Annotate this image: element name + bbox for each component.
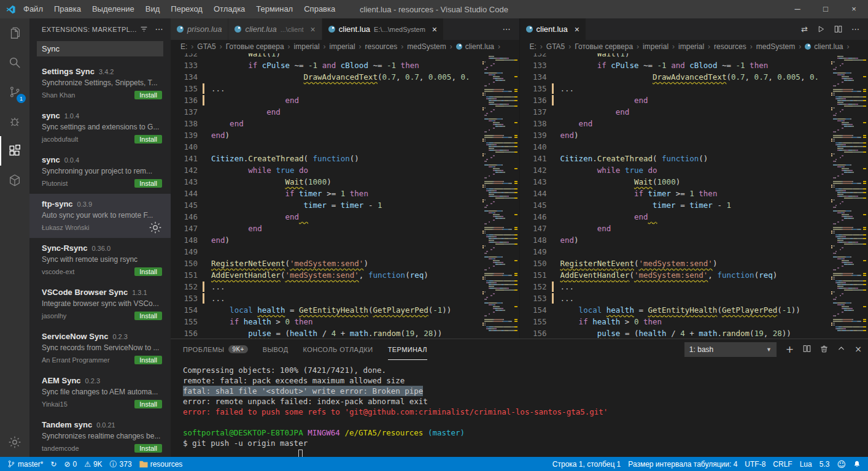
breadcrumb-item[interactable]: imperial [294,42,320,51]
minimize-button[interactable]: ─ [783,0,812,18]
code-line[interactable]: 152... [171,281,519,293]
extension-item[interactable]: ServiceNow Sync0.2.3Sync records from Se… [29,326,171,370]
more-actions-icon[interactable]: ⋯ [155,25,163,33]
kill-terminal-icon[interactable] [820,345,828,354]
line-number[interactable]: 155 [171,316,198,327]
code-line[interactable]: 140 [171,141,519,153]
extension-item[interactable]: VSCode Browser Sync1.3.1Integrate browse… [29,282,171,326]
split-editor-icon[interactable] [834,25,842,33]
extension-item[interactable]: Sync-Rsync0.36.0Sync with remote using r… [29,238,171,282]
close-tab-icon[interactable]: × [432,25,437,34]
code-line[interactable]: 151AddEventHandler('medSystem:send', fun… [520,269,868,281]
line-number[interactable]: 154 [171,304,198,316]
line-number[interactable]: 133 [520,59,547,71]
menu-Файл[interactable]: Файл [18,0,48,18]
line-number[interactable]: 141 [520,153,547,164]
code-line[interactable]: 146 end [171,211,519,223]
code-line[interactable]: 151AddEventHandler('medSystem:send', fun… [171,269,519,281]
code-line[interactable]: 154 local health = GetEntityHealth(GetPl… [171,304,519,316]
info-count[interactable]: ⓘ373 [106,457,136,471]
line-number[interactable]: 134 [520,71,547,83]
minimap[interactable] [482,53,519,339]
line-number[interactable]: 133 [171,59,198,71]
breadcrumb-item[interactable]: client.lua [456,42,494,51]
line-number[interactable]: 143 [520,176,547,188]
code-line[interactable]: 150RegisterNetEvent('medSystem:send') [171,258,519,269]
language[interactable]: Lua [796,457,816,471]
breadcrumb-item[interactable]: client.lua [805,42,843,51]
extension-item[interactable]: sync1.0.4Sync settings and extensions to… [29,105,171,150]
line-number[interactable]: 143 [171,176,198,188]
warnings[interactable]: ⚠9K [80,457,106,471]
code-line[interactable]: 134 DrawAdvancedText(0.7, 0.7, 0.005, 0. [520,71,868,83]
line-number[interactable]: 152 [171,281,198,293]
cursor-position[interactable]: Строка 1, столбец 1 [549,457,624,471]
line-number[interactable]: 138 [171,118,198,129]
line-number[interactable]: 138 [520,118,547,129]
code-line[interactable]: 140 [520,141,868,153]
breadcrumb-item[interactable]: E: [530,42,537,51]
code-line[interactable]: 142 while true do [171,164,519,176]
line-number[interactable]: 144 [171,188,198,199]
code-line[interactable]: 133 if cPulse ~= -1 and cBlood ~= -1 the… [520,59,868,71]
line-number[interactable]: 136 [520,94,547,106]
activity-source-control[interactable]: 1 [0,77,29,107]
run-icon[interactable] [817,25,825,33]
sync-changes[interactable]: ↻ [47,457,60,471]
line-number[interactable]: 132 [520,53,547,59]
line-number[interactable]: 136 [171,94,198,106]
line-number[interactable]: 142 [520,164,547,176]
menu-Справка[interactable]: Справка [298,0,341,18]
breadcrumb-item[interactable]: resources [365,42,398,51]
breadcrumb-item[interactable]: imperial [330,42,355,51]
code-line[interactable]: 147 end [520,223,868,234]
line-number[interactable]: 146 [520,211,547,223]
breadcrumb-item[interactable]: Готовые сервера [575,42,633,51]
close-button[interactable]: × [840,0,868,18]
line-number[interactable]: 137 [171,106,198,118]
code-line[interactable]: 141Citizen.CreateThread( function() [171,153,519,164]
code-line[interactable]: 138 end [520,118,868,129]
install-button[interactable]: Install [134,444,162,453]
line-number[interactable]: 148 [520,234,547,246]
line-number[interactable]: 152 [520,281,547,293]
code-line[interactable]: 153... [520,293,868,304]
tab-client.lua[interactable]: client.lua× [520,18,587,40]
code-line[interactable]: 150RegisterNetEvent('medSystem:send') [520,258,868,269]
errors[interactable]: ⊘0 [60,457,80,471]
code-line[interactable]: 137 end [520,106,868,118]
code-line[interactable]: 147 end [171,223,519,234]
code-line[interactable]: 148end) [171,234,519,246]
lua-version[interactable]: 5.3 [816,457,834,471]
code-line[interactable]: 156 pulse = (health / 4 + math.random(19… [520,327,868,339]
activity-search[interactable] [0,48,29,77]
code-line[interactable]: 154 local health = GetEntityHealth(GetPl… [520,304,868,316]
line-number[interactable]: 142 [171,164,198,176]
code-line[interactable]: 132 Wait(1) [171,53,519,59]
project-folder[interactable]: resources [136,457,187,471]
code-line[interactable]: 144 if timer >= 1 then [171,188,519,199]
code-line[interactable]: 142 while true do [520,164,868,176]
panel-tab-ПРОБЛЕМЫ[interactable]: ПРОБЛЕМЫ9K+ [183,339,248,360]
code-editor[interactable]: 132 Wait(1)133 if cPulse ~= -1 and cBloo… [171,53,519,339]
code-line[interactable]: 144 if timer >= 1 then [520,188,868,199]
menu-Вид[interactable]: Вид [140,0,166,18]
eol[interactable]: CRLF [769,457,796,471]
breadcrumb-item[interactable]: E: [180,42,187,51]
line-number[interactable]: 145 [171,199,198,211]
line-number[interactable]: 132 [171,53,198,59]
menu-Выделение[interactable]: Выделение [87,0,140,18]
breadcrumb-item[interactable]: medSystem [756,42,795,51]
code-line[interactable]: 143 Wait(1000) [171,176,519,188]
install-button[interactable]: Install [134,356,162,364]
extension-item[interactable]: Settings Sync3.4.2Synchronize Settings, … [29,61,171,105]
install-button[interactable]: Install [134,135,162,144]
code-line[interactable]: 139end) [171,129,519,141]
code-line[interactable]: 155 if health > 0 then [520,316,868,327]
menu-Терминал[interactable]: Терминал [250,0,298,18]
code-line[interactable]: 134 DrawAdvancedText(0.7, 0.7, 0.005, 0. [171,71,519,83]
code-line[interactable]: 156 pulse = (health / 4 + math.random(19… [171,327,519,339]
line-number[interactable]: 137 [520,106,547,118]
line-number[interactable]: 149 [520,246,547,258]
code-line[interactable]: 136 end [171,94,519,106]
